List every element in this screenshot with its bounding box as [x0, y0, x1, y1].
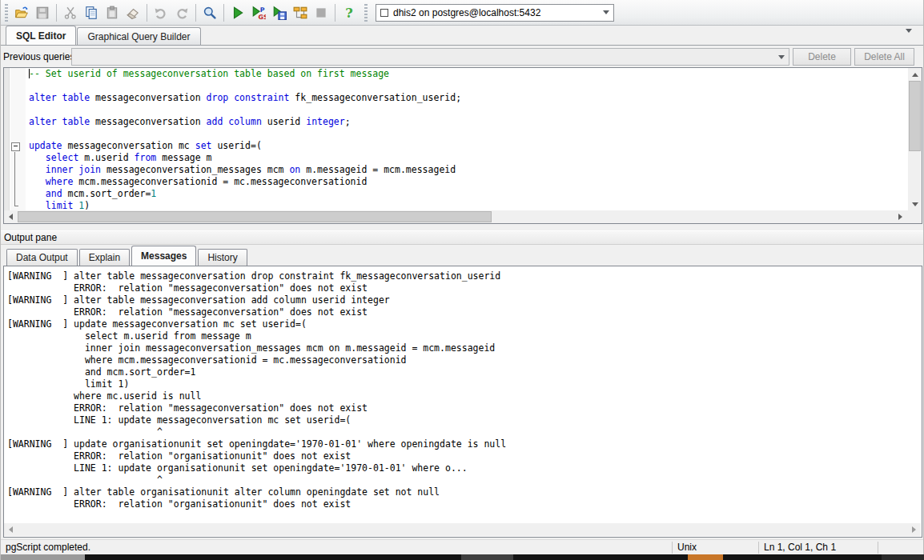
scrollbar-thumb[interactable] — [909, 81, 921, 151]
connection-combo[interactable]: dhis2 on postgres@localhost:5432 — [376, 4, 614, 22]
triangle-down-icon — [912, 202, 918, 206]
search-icon — [203, 6, 217, 20]
triangle-up-icon — [912, 73, 918, 77]
save-icon — [35, 6, 50, 20]
code-line: alter table messageconversation drop con… — [4, 92, 907, 104]
eraser-icon — [126, 6, 140, 20]
scroll-right-button[interactable] — [907, 523, 921, 536]
delete-all-button[interactable]: Delete All — [854, 48, 914, 66]
execute-to-file-button[interactable] — [269, 2, 290, 23]
svg-text:?: ? — [345, 6, 353, 20]
toolbar: P GS — [1, 0, 923, 26]
status-separator — [878, 542, 878, 554]
connection-combo-dropdown-button[interactable] — [599, 5, 613, 21]
scroll-left-button[interactable] — [4, 523, 18, 536]
triangle-right-icon — [898, 214, 902, 220]
status-eol-format: Unix — [673, 540, 758, 554]
taskbar-segment — [1, 554, 85, 560]
chevron-down-icon — [603, 10, 609, 14]
output-pane-title: Output pane — [4, 232, 57, 243]
code-line: select m.userid from message m — [4, 152, 907, 164]
editor-tab-bar: SQL Editor Graphical Query Builder — [1, 26, 923, 46]
redo-button[interactable] — [171, 2, 192, 23]
explain-query-button[interactable] — [290, 2, 311, 23]
chevron-down-icon — [906, 29, 912, 46]
play-pgscript-icon: P GS — [251, 6, 266, 20]
clear-window-button[interactable] — [123, 2, 143, 23]
code-line: alter table messageconversation add colu… — [4, 116, 907, 128]
copy-button[interactable] — [81, 2, 102, 23]
messages-horizontal-scrollbar[interactable] — [4, 523, 921, 536]
tab-graphical-query-builder[interactable]: Graphical Query Builder — [77, 27, 200, 45]
scroll-down-button[interactable] — [908, 198, 922, 210]
status-bar: pgScript completed. Unix Ln 1, Col 1, Ch… — [1, 539, 923, 554]
open-file-button[interactable] — [11, 2, 32, 23]
code-line: limit 1) — [4, 200, 907, 210]
sql-code-area[interactable]: -- Set userid of messageconversation tab… — [4, 68, 907, 210]
previous-queries-row: Previous queries Delete Delete All — [1, 46, 923, 67]
code-line — [4, 104, 907, 116]
code-line: where mcm.messageconversationid = mc.mes… — [4, 176, 907, 188]
tab-history[interactable]: History — [198, 249, 247, 266]
help-button[interactable]: ? — [339, 2, 360, 23]
code-line: inner join messageconversation_messages … — [4, 164, 907, 176]
code-line: -- Set userid of messageconversation tab… — [4, 68, 907, 80]
copy-icon — [84, 6, 98, 20]
execute-query-button[interactable] — [227, 2, 248, 23]
scroll-up-button[interactable] — [908, 68, 922, 81]
toolbar-separator — [147, 4, 147, 22]
undo-button[interactable] — [151, 2, 171, 23]
taskbar-segment — [882, 554, 924, 560]
scrollbar-corner — [907, 210, 922, 223]
code-line — [4, 80, 907, 92]
triangle-left-icon — [9, 214, 13, 220]
code-line — [4, 128, 907, 140]
tab-messages[interactable]: Messages — [131, 246, 196, 266]
editor-vertical-scrollbar[interactable] — [908, 68, 922, 210]
save-button[interactable] — [32, 2, 53, 23]
toolbar-separator — [195, 4, 196, 22]
tab-sql-editor[interactable]: SQL Editor — [6, 26, 76, 45]
explain-icon — [293, 6, 307, 20]
play-icon — [231, 6, 245, 20]
code-line: and mcm.sort_order=1 — [4, 188, 907, 200]
previous-queries-combo[interactable] — [71, 48, 789, 66]
toolbar-separator — [335, 4, 335, 22]
svg-text:GS: GS — [258, 13, 266, 19]
output-pane-header: Output pane — [1, 230, 923, 245]
help-icon: ? — [342, 6, 356, 20]
triangle-right-icon — [912, 526, 916, 533]
taskbar-segment — [688, 554, 723, 560]
status-message: pgScript completed. — [1, 540, 672, 554]
cut-icon — [63, 6, 78, 20]
stop-icon — [314, 6, 328, 20]
status-cursor-position: Ln 1, Col 1, Ch 1 — [759, 540, 878, 554]
tab-explain[interactable]: Explain — [79, 249, 130, 266]
connection-combo-value: dhis2 on postgres@localhost:5432 — [393, 7, 540, 18]
paste-icon — [105, 6, 119, 20]
splitter-sash[interactable] — [1, 224, 923, 230]
taskbar-segment — [461, 554, 513, 560]
paste-button[interactable] — [102, 2, 123, 23]
query-tool-window: P GS — [0, 0, 924, 560]
editor-horizontal-scrollbar[interactable] — [4, 210, 907, 223]
scroll-left-button[interactable] — [4, 210, 18, 223]
scroll-right-button[interactable] — [894, 210, 907, 223]
cancel-query-button[interactable] — [311, 2, 331, 23]
taskbar-edge — [1, 554, 923, 560]
delete-button[interactable]: Delete — [793, 48, 851, 66]
execute-pgscript-button[interactable]: P GS — [248, 2, 269, 23]
previous-queries-dropdown-button[interactable] — [774, 49, 789, 65]
undo-icon — [154, 6, 168, 20]
tab-data-output[interactable]: Data Output — [6, 249, 78, 266]
scrollbar-thumb[interactable] — [18, 211, 492, 222]
messages-panel: [WARNING ] alter table messageconversati… — [3, 266, 922, 538]
messages-text[interactable]: [WARNING ] alter table messageconversati… — [7, 270, 920, 522]
toolbar-separator — [223, 4, 224, 22]
toolbar-gripper[interactable] — [5, 4, 8, 22]
toolbar-gripper[interactable] — [364, 4, 368, 22]
cut-button[interactable] — [60, 2, 81, 23]
redo-icon — [175, 6, 189, 20]
connection-checkbox-glyph — [380, 9, 388, 17]
find-button[interactable] — [199, 2, 220, 23]
